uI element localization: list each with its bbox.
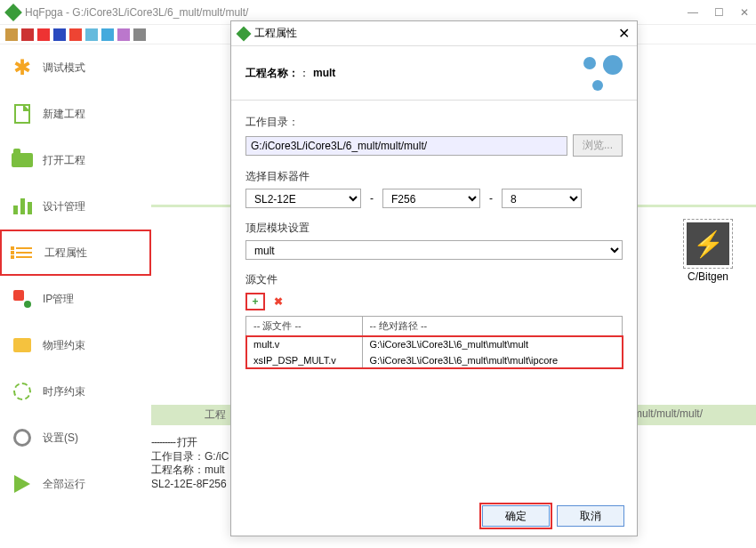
dialog-title: 工程属性 [254, 26, 297, 41]
toolbar-flag-cn-icon[interactable] [37, 28, 50, 41]
cell-path: G:\iCore3L\iCore3L\6_mult\mult\mult [362, 336, 623, 353]
sidebar: ✱ 调试模式 新建工程 打开工程 设计管理 工程属性 IP管理 物理约束 [0, 44, 151, 543]
speed-select[interactable]: 8 [502, 189, 582, 208]
log-line: --------- 打开 [151, 436, 229, 450]
dialog-footer: 确定 取消 [482, 505, 624, 527]
sidebar-item-design-manage[interactable]: 设计管理 [0, 183, 151, 230]
dialog-header: 工程名称： ： mult [231, 46, 637, 101]
header-graphic-icon [580, 55, 623, 91]
log-bar-left: 工程 [205, 408, 226, 421]
sidebar-item-ip-manage[interactable]: IP管理 [0, 276, 151, 322]
project-name-sep: ： [299, 66, 310, 81]
workdir-field: 工作目录： 浏览... [245, 115, 623, 157]
window-close[interactable]: ✕ [740, 6, 749, 19]
sidebar-item-open-project[interactable]: 打开工程 [0, 137, 151, 183]
source-files-table: -- 源文件 -- -- 绝对路径 -- mult.v G:\iCore3L\i… [245, 316, 623, 369]
topmodule-select[interactable]: mult [245, 240, 623, 260]
toolbar-icon-6[interactable] [85, 28, 98, 41]
sourcefiles-field: 源文件 + ✖ -- 源文件 -- -- 绝对路径 -- mult.v G:\i… [245, 272, 623, 369]
dash: - [370, 192, 374, 205]
sidebar-item-debug[interactable]: ✱ 调试模式 [0, 44, 151, 91]
sidebar-item-settings[interactable]: 设置(S) [0, 415, 151, 461]
toolbar-icon-9[interactable] [133, 28, 146, 41]
folder-icon [11, 149, 34, 172]
log-panel: --------- 打开 工作目录：G:/iC 工程名称：mult SL2-12… [151, 436, 229, 491]
toolbar-icon-8[interactable] [117, 28, 130, 41]
cancel-button[interactable]: 取消 [557, 505, 624, 527]
log-line: 工作目录：G:/iC [151, 450, 229, 464]
cell-file: mult.v [246, 336, 362, 353]
project-name-label: 工程名称： [245, 66, 299, 81]
ok-button[interactable]: 确定 [482, 505, 550, 527]
dialog-icon [237, 26, 252, 41]
log-bar-right: mult/mult/mult/ [633, 407, 703, 420]
toolbar-icon-2[interactable] [21, 28, 34, 41]
toolbar-icon-1[interactable] [5, 28, 18, 41]
package-select[interactable]: F256 [382, 189, 480, 208]
toolbar-flag-uk-icon[interactable] [53, 28, 66, 41]
sidebar-item-label: 设置(S) [43, 431, 78, 446]
device-field: 选择目标器件 SL2-12E - F256 - 8 [245, 169, 623, 208]
chip-icon [687, 222, 729, 265]
col-source: -- 源文件 -- [246, 317, 362, 336]
clock-icon [11, 380, 34, 403]
dialog-close-button[interactable]: ✕ [618, 25, 630, 42]
play-icon [11, 472, 34, 496]
browse-button[interactable]: 浏览... [573, 134, 623, 157]
dialog-body: 工作目录： 浏览... 选择目标器件 SL2-12E - F256 - 8 顶层… [231, 101, 637, 510]
sidebar-item-label: 设计管理 [43, 199, 85, 214]
window-maximize[interactable]: ☐ [714, 6, 724, 19]
workdir-label: 工作目录： [245, 115, 623, 130]
sidebar-item-physical-constraint[interactable]: 物理约束 [0, 322, 151, 368]
table-row[interactable]: mult.v G:\iCore3L\iCore3L\6_mult\mult\mu… [246, 336, 623, 353]
cell-file: xsIP_DSP_MULT.v [246, 352, 362, 368]
log-line: 工程名称：mult [151, 463, 229, 478]
project-name-value: mult [313, 67, 335, 79]
bitgen-block[interactable]: C/Bitgen [687, 222, 729, 283]
sidebar-item-run-all[interactable]: 全部运行 [0, 461, 151, 507]
dialog-titlebar: 工程属性 ✕ [231, 21, 637, 46]
debug-icon: ✱ [11, 56, 34, 79]
toolbar-icon-7[interactable] [101, 28, 114, 41]
sidebar-item-timing-constraint[interactable]: 时序约束 [0, 368, 151, 415]
new-file-icon [11, 102, 34, 125]
topmodule-label: 顶层模块设置 [245, 221, 623, 236]
sidebar-item-new-project[interactable]: 新建工程 [0, 91, 151, 137]
table-row[interactable]: xsIP_DSP_MULT.v G:\iCore3L\iCore3L\6_mul… [246, 352, 623, 368]
sidebar-item-label: 打开工程 [43, 153, 85, 168]
sidebar-item-label: 调试模式 [43, 60, 85, 76]
app-icon [4, 4, 22, 21]
sidebar-item-label: 全部运行 [43, 477, 85, 492]
device-select[interactable]: SL2-12E [245, 189, 361, 208]
sidebar-item-project-properties[interactable]: 工程属性 [0, 230, 151, 276]
cell-path: G:\iCore3L\iCore3L\6_mult\mult\mult\ipco… [362, 352, 623, 368]
remove-source-button[interactable]: ✖ [269, 293, 288, 310]
project-properties-dialog: 工程属性 ✕ 工程名称： ： mult 工作目录： 浏览... 选择目标器件 S… [230, 20, 638, 536]
col-path: -- 绝对路径 -- [362, 317, 623, 336]
sidebar-item-label: 工程属性 [44, 246, 87, 261]
sourcefiles-label: 源文件 [245, 272, 623, 287]
bitgen-label: C/Bitgen [688, 270, 728, 283]
gear-icon [11, 426, 34, 449]
toolbar-flag-jp-icon[interactable] [69, 28, 82, 41]
sidebar-item-label: IP管理 [43, 292, 74, 307]
list-icon [12, 241, 36, 264]
add-source-button[interactable]: + [245, 293, 265, 310]
sidebar-item-label: 时序约束 [43, 384, 85, 399]
device-label: 选择目标器件 [245, 169, 623, 184]
window-title: HqFpga - G:/iCore3L/iCore3L/6_mult/mult/… [25, 6, 248, 19]
constraint-icon [11, 334, 34, 357]
sidebar-item-label: 新建工程 [43, 107, 85, 122]
bars-icon [11, 195, 34, 218]
ip-icon [11, 287, 34, 310]
workdir-input[interactable] [245, 136, 567, 156]
log-line: SL2-12E-8F256 [151, 478, 229, 492]
window-minimize[interactable]: — [688, 6, 698, 19]
dash: - [489, 192, 493, 205]
sidebar-item-label: 物理约束 [43, 338, 85, 353]
topmodule-field: 顶层模块设置 mult [245, 221, 623, 260]
